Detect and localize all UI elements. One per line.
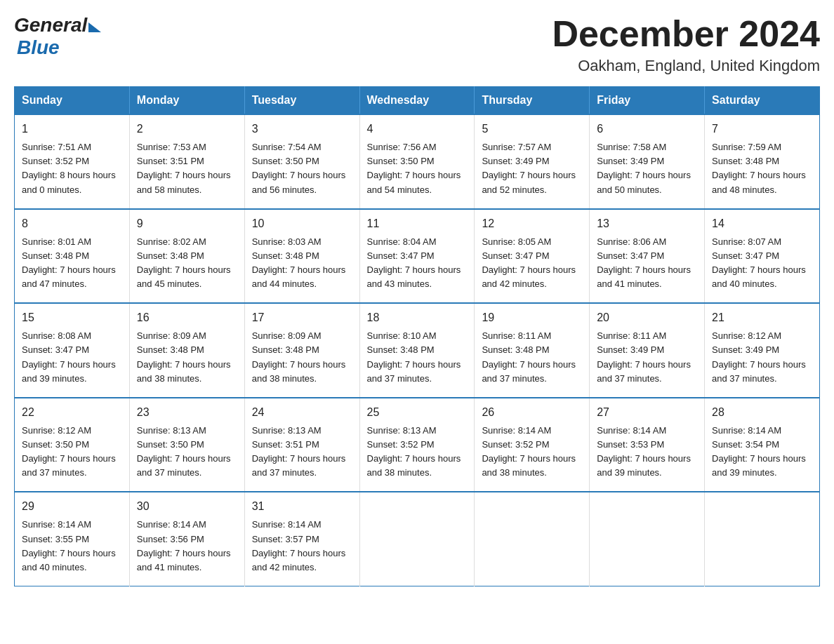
calendar-cell: 29Sunrise: 8:14 AMSunset: 3:55 PMDayligh… [15,492,130,586]
day-number: 2 [137,121,237,137]
day-number: 13 [597,215,697,232]
calendar-cell: 2Sunrise: 7:53 AMSunset: 3:51 PMDaylight… [129,114,244,209]
calendar-cell: 7Sunrise: 7:59 AMSunset: 3:48 PMDaylight… [705,114,820,209]
day-info: Sunrise: 8:08 AMSunset: 3:47 PMDaylight:… [22,329,122,386]
calendar-cell: 28Sunrise: 8:14 AMSunset: 3:54 PMDayligh… [705,398,820,492]
page-header: General Blue December 2024 Oakham, Engla… [14,14,820,75]
calendar-cell: 20Sunrise: 8:11 AMSunset: 3:49 PMDayligh… [590,303,705,398]
logo: General Blue [14,14,101,59]
day-info: Sunrise: 8:09 AMSunset: 3:48 PMDaylight:… [252,329,352,386]
weekday-header-tuesday: Tuesday [244,87,359,115]
day-number: 28 [712,404,812,421]
calendar-cell: 12Sunrise: 8:05 AMSunset: 3:47 PMDayligh… [475,209,590,304]
day-number: 23 [137,404,237,421]
day-info: Sunrise: 8:12 AMSunset: 3:50 PMDaylight:… [22,424,122,481]
logo-blue-text: Blue [17,36,60,59]
calendar-cell: 11Sunrise: 8:04 AMSunset: 3:47 PMDayligh… [359,209,475,304]
day-number: 30 [137,498,237,515]
day-number: 14 [712,215,812,232]
calendar-cell: 14Sunrise: 8:07 AMSunset: 3:47 PMDayligh… [705,209,820,304]
day-info: Sunrise: 8:10 AMSunset: 3:48 PMDaylight:… [367,329,468,386]
calendar-cell: 19Sunrise: 8:11 AMSunset: 3:48 PMDayligh… [475,303,590,398]
weekday-header-friday: Friday [590,87,705,115]
calendar-cell [475,492,590,586]
calendar-cell: 15Sunrise: 8:08 AMSunset: 3:47 PMDayligh… [15,303,130,398]
calendar-cell: 1Sunrise: 7:51 AMSunset: 3:52 PMDaylight… [15,114,130,209]
calendar-cell: 26Sunrise: 8:14 AMSunset: 3:52 PMDayligh… [475,398,590,492]
day-number: 29 [22,498,122,515]
calendar-cell: 25Sunrise: 8:13 AMSunset: 3:52 PMDayligh… [359,398,475,492]
calendar-cell: 8Sunrise: 8:01 AMSunset: 3:48 PMDaylight… [15,209,130,304]
calendar-cell: 4Sunrise: 7:56 AMSunset: 3:50 PMDaylight… [359,114,475,209]
day-info: Sunrise: 7:57 AMSunset: 3:49 PMDaylight:… [482,140,582,197]
calendar-cell: 27Sunrise: 8:14 AMSunset: 3:53 PMDayligh… [590,398,705,492]
day-info: Sunrise: 8:11 AMSunset: 3:48 PMDaylight:… [482,329,582,386]
calendar-week-2: 8Sunrise: 8:01 AMSunset: 3:48 PMDaylight… [15,209,820,304]
day-number: 10 [252,215,352,232]
day-info: Sunrise: 8:14 AMSunset: 3:53 PMDaylight:… [597,424,697,481]
title-section: December 2024 Oakham, England, United Ki… [552,14,820,75]
calendar-cell: 22Sunrise: 8:12 AMSunset: 3:50 PMDayligh… [15,398,130,492]
calendar-cell: 18Sunrise: 8:10 AMSunset: 3:48 PMDayligh… [359,303,475,398]
day-info: Sunrise: 7:51 AMSunset: 3:52 PMDaylight:… [22,140,122,197]
day-info: Sunrise: 8:03 AMSunset: 3:48 PMDaylight:… [252,235,352,292]
day-info: Sunrise: 7:54 AMSunset: 3:50 PMDaylight:… [252,140,352,197]
calendar-cell: 17Sunrise: 8:09 AMSunset: 3:48 PMDayligh… [244,303,359,398]
day-info: Sunrise: 8:13 AMSunset: 3:52 PMDaylight:… [367,424,468,481]
calendar-week-4: 22Sunrise: 8:12 AMSunset: 3:50 PMDayligh… [15,398,820,492]
day-number: 6 [597,121,697,137]
day-info: Sunrise: 8:14 AMSunset: 3:57 PMDaylight:… [252,518,352,575]
day-number: 27 [597,404,697,421]
location: Oakham, England, United Kingdom [552,57,820,75]
day-number: 20 [597,309,697,326]
day-info: Sunrise: 8:14 AMSunset: 3:56 PMDaylight:… [137,518,237,575]
day-info: Sunrise: 8:11 AMSunset: 3:49 PMDaylight:… [597,329,697,386]
calendar-cell: 30Sunrise: 8:14 AMSunset: 3:56 PMDayligh… [129,492,244,586]
calendar-cell: 5Sunrise: 7:57 AMSunset: 3:49 PMDaylight… [475,114,590,209]
day-number: 3 [252,121,352,137]
calendar-cell: 3Sunrise: 7:54 AMSunset: 3:50 PMDaylight… [244,114,359,209]
day-info: Sunrise: 8:09 AMSunset: 3:48 PMDaylight:… [137,329,237,386]
day-number: 5 [482,121,582,137]
day-number: 26 [482,404,582,421]
day-number: 21 [712,309,812,326]
calendar-cell: 10Sunrise: 8:03 AMSunset: 3:48 PMDayligh… [244,209,359,304]
calendar-cell: 16Sunrise: 8:09 AMSunset: 3:48 PMDayligh… [129,303,244,398]
calendar-cell: 21Sunrise: 8:12 AMSunset: 3:49 PMDayligh… [705,303,820,398]
weekday-header-thursday: Thursday [475,87,590,115]
day-info: Sunrise: 8:02 AMSunset: 3:48 PMDaylight:… [137,235,237,292]
calendar-header-row: SundayMondayTuesdayWednesdayThursdayFrid… [15,87,820,115]
weekday-header-saturday: Saturday [705,87,820,115]
calendar-week-1: 1Sunrise: 7:51 AMSunset: 3:52 PMDaylight… [15,114,820,209]
day-info: Sunrise: 8:05 AMSunset: 3:47 PMDaylight:… [482,235,582,292]
calendar-week-5: 29Sunrise: 8:14 AMSunset: 3:55 PMDayligh… [15,492,820,586]
day-number: 31 [252,498,352,515]
day-info: Sunrise: 8:04 AMSunset: 3:47 PMDaylight:… [367,235,468,292]
day-info: Sunrise: 8:14 AMSunset: 3:54 PMDaylight:… [712,424,812,481]
day-number: 8 [22,215,122,232]
calendar-cell [590,492,705,586]
day-number: 25 [367,404,468,421]
logo-general-text: General [14,14,87,36]
calendar-cell: 13Sunrise: 8:06 AMSunset: 3:47 PMDayligh… [590,209,705,304]
calendar-week-3: 15Sunrise: 8:08 AMSunset: 3:47 PMDayligh… [15,303,820,398]
day-info: Sunrise: 8:14 AMSunset: 3:52 PMDaylight:… [482,424,582,481]
day-number: 11 [367,215,468,232]
weekday-header-wednesday: Wednesday [359,87,475,115]
day-number: 18 [367,309,468,326]
day-info: Sunrise: 8:13 AMSunset: 3:50 PMDaylight:… [137,424,237,481]
calendar-cell: 31Sunrise: 8:14 AMSunset: 3:57 PMDayligh… [244,492,359,586]
calendar-cell: 23Sunrise: 8:13 AMSunset: 3:50 PMDayligh… [129,398,244,492]
day-info: Sunrise: 8:12 AMSunset: 3:49 PMDaylight:… [712,329,812,386]
month-title: December 2024 [552,14,820,54]
day-info: Sunrise: 8:06 AMSunset: 3:47 PMDaylight:… [597,235,697,292]
day-number: 16 [137,309,237,326]
day-number: 24 [252,404,352,421]
day-info: Sunrise: 7:59 AMSunset: 3:48 PMDaylight:… [712,140,812,197]
day-info: Sunrise: 8:01 AMSunset: 3:48 PMDaylight:… [22,235,122,292]
day-info: Sunrise: 8:14 AMSunset: 3:55 PMDaylight:… [22,518,122,575]
day-number: 15 [22,309,122,326]
calendar-cell [705,492,820,586]
day-info: Sunrise: 7:58 AMSunset: 3:49 PMDaylight:… [597,140,697,197]
day-number: 22 [22,404,122,421]
